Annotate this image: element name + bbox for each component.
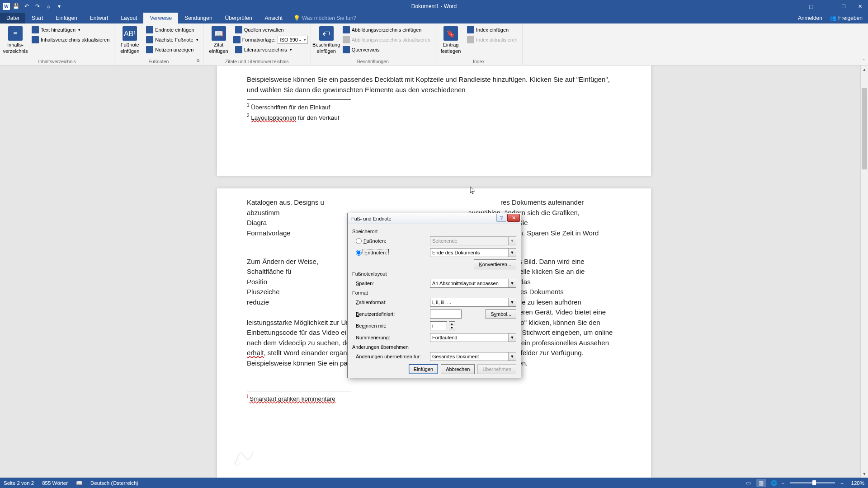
- tab-ueberpruefen[interactable]: Überprüfen: [219, 13, 259, 23]
- columns-select[interactable]: An Abschnittslayout anpassen▼: [430, 279, 516, 288]
- footnote-separator: [247, 99, 351, 100]
- update-toc-icon: [32, 36, 39, 43]
- apply-to-select[interactable]: Gesamtes Dokument▼: [430, 352, 516, 361]
- close-icon[interactable]: ✕: [852, 0, 868, 13]
- toc-button[interactable]: ≡ Inhalts- verzeichnis: [3, 25, 28, 55]
- collapse-ribbon-icon[interactable]: ˄: [863, 58, 865, 64]
- minimize-icon[interactable]: —: [819, 0, 835, 13]
- footnotes-dialog-launcher-icon[interactable]: ⧉: [197, 58, 199, 63]
- scroll-thumb[interactable]: [862, 88, 867, 169]
- radio-endnotes[interactable]: Endnoten:: [356, 250, 430, 256]
- view-web-icon[interactable]: 🌐: [769, 479, 779, 487]
- zoom-out-icon[interactable]: −: [782, 480, 785, 486]
- update-toc-button[interactable]: Inhaltsverzeichnis aktualisieren: [30, 35, 111, 44]
- status-proofing-icon[interactable]: 📖: [76, 480, 82, 486]
- endnotes-location-select[interactable]: Ende des Dokuments▼: [430, 248, 516, 257]
- status-language[interactable]: Deutsch (Österreich): [90, 480, 138, 486]
- section-layout: Fußnotenlayout: [352, 271, 516, 277]
- insert-footnote-button[interactable]: AB¹ Fußnote einfügen: [117, 25, 142, 55]
- zoom-level[interactable]: 120%: [846, 480, 864, 486]
- custom-label: Benutzerdefiniert:: [352, 311, 430, 317]
- crossref-icon: [343, 46, 350, 53]
- document-area: Beispielsweise können Sie ein passendes …: [0, 66, 868, 478]
- add-text-icon: [32, 26, 39, 33]
- apply-button: Übernehmen: [477, 364, 516, 374]
- tab-ansicht[interactable]: Ansicht: [259, 13, 289, 23]
- add-text-button[interactable]: Text hinzufügen▾: [30, 25, 111, 34]
- manage-sources-button[interactable]: Quellen verwalten: [233, 25, 308, 34]
- insert-button[interactable]: Einfügen: [409, 364, 438, 374]
- ribbon: ≡ Inhalts- verzeichnis Text hinzufügen▾ …: [0, 23, 868, 66]
- view-print-icon[interactable]: ▥: [756, 479, 766, 487]
- tab-layout[interactable]: Layout: [114, 13, 143, 23]
- ribbon-group-footnotes: AB¹ Fußnote einfügen Endnote einfügen Nä…: [114, 23, 203, 65]
- update-tof-button: Abbildungsverzeichnis aktualisieren: [341, 35, 432, 44]
- maximize-icon[interactable]: ☐: [835, 0, 852, 13]
- startat-spinner[interactable]: [430, 321, 447, 330]
- ribbon-tabs: Datei Start Einfügen Entwurf Layout Verw…: [0, 13, 868, 23]
- ribbon-display-icon[interactable]: ⬚: [803, 0, 819, 13]
- status-wordcount[interactable]: 855 Wörter: [42, 480, 68, 486]
- insert-citation-button[interactable]: 📖 Zitat einfügen: [206, 25, 231, 55]
- window-title: Dokument1 - Word: [411, 3, 457, 9]
- cancel-button[interactable]: Abbrechen: [441, 364, 475, 374]
- update-index-icon: [467, 36, 474, 43]
- bibliography-button[interactable]: Literaturverzeichnis▾: [233, 45, 308, 54]
- symbol-button[interactable]: Symbol...: [486, 309, 516, 319]
- show-notes-button[interactable]: Notizen anzeigen: [144, 45, 200, 54]
- ribbon-group-citations: 📖 Zitat einfügen Quellen verwalten Forma…: [203, 23, 311, 65]
- share-button[interactable]: 👥Freigeben: [830, 15, 863, 21]
- crossref-button[interactable]: Querverweis: [341, 45, 432, 54]
- signin-link[interactable]: Anmelden: [798, 15, 822, 21]
- tab-datei[interactable]: Datei: [0, 13, 25, 23]
- footnote-1: 1 Überschriften für den Einkauf: [247, 102, 621, 112]
- mark-entry-icon: 🔖: [443, 26, 458, 41]
- zoom-slider[interactable]: [790, 482, 835, 483]
- qat-customize-icon[interactable]: ▾: [54, 1, 64, 11]
- numbering-select[interactable]: Fortlaufend▼: [430, 333, 516, 342]
- footnote-endnote-dialog: Fuß- und Endnote ? ✕ Speicherort Fußnote…: [347, 213, 521, 378]
- numbering-label: Nummerierung:: [352, 335, 430, 340]
- scroll-down-icon[interactable]: ▼: [861, 470, 868, 478]
- tab-verweise[interactable]: Verweise: [143, 13, 178, 23]
- insert-caption-button[interactable]: 🏷 Beschriftung einfügen: [314, 25, 339, 55]
- tof-icon: [343, 26, 350, 33]
- page-1[interactable]: Beispielsweise können Sie ein passendes …: [217, 66, 651, 176]
- qat-touch-icon[interactable]: ⌕: [43, 1, 53, 11]
- body-text: Beispielsweise können Sie ein passendes …: [247, 75, 621, 95]
- qat-undo-icon[interactable]: ↶: [22, 1, 32, 11]
- citation-style-select[interactable]: Formatvorlage:ISO 690 -: [233, 35, 308, 44]
- tab-sendungen[interactable]: Sendungen: [178, 13, 218, 23]
- section-format: Format: [352, 290, 516, 296]
- startat-label: Beginnen mit:: [352, 323, 430, 328]
- tab-start[interactable]: Start: [25, 13, 49, 23]
- tab-einfuegen[interactable]: Einfügen: [49, 13, 83, 23]
- mark-entry-button[interactable]: 🔖 Eintrag festlegen: [438, 25, 463, 55]
- qat-save-icon[interactable]: 💾: [11, 1, 21, 11]
- view-read-icon[interactable]: ▭: [744, 479, 754, 487]
- dialog-help-icon[interactable]: ?: [496, 214, 506, 222]
- startat-spin-buttons[interactable]: ▲▼: [449, 321, 455, 330]
- custom-mark-input[interactable]: [430, 310, 462, 319]
- vertical-scrollbar[interactable]: ▲ ▼: [860, 66, 868, 478]
- footnote-2: 2 Layoutoptionnen für den Verkauf: [247, 112, 621, 122]
- citation-icon: 📖: [212, 26, 226, 41]
- qat-redo-icon[interactable]: ↷: [33, 1, 42, 11]
- next-footnote-button[interactable]: Nächste Fußnote▾: [144, 35, 200, 44]
- watermark-icon: [231, 442, 258, 469]
- tell-me-search[interactable]: 💡 Was möchten Sie tun?: [293, 13, 356, 23]
- scroll-up-icon[interactable]: ▲: [861, 66, 868, 73]
- tab-entwurf[interactable]: Entwurf: [84, 13, 115, 23]
- statusbar: Seite 2 von 2 855 Wörter 📖 Deutsch (Öste…: [0, 478, 868, 488]
- dialog-titlebar[interactable]: Fuß- und Endnote ? ✕: [348, 213, 521, 224]
- ribbon-group-toc: ≡ Inhalts- verzeichnis Text hinzufügen▾ …: [0, 23, 114, 65]
- dialog-close-icon[interactable]: ✕: [507, 214, 520, 222]
- insert-index-button[interactable]: Index einfügen: [465, 25, 519, 34]
- radio-footnotes[interactable]: Fußnoten:: [356, 238, 430, 244]
- insert-endnote-button[interactable]: Endnote einfügen: [144, 25, 200, 34]
- numformat-select[interactable]: i, ii, iii, ...▼: [430, 298, 516, 307]
- zoom-in-icon[interactable]: +: [840, 480, 844, 486]
- convert-button[interactable]: Konvertieren...: [474, 259, 516, 269]
- insert-tof-button[interactable]: Abbildungsverzeichnis einfügen: [341, 25, 432, 34]
- status-page[interactable]: Seite 2 von 2: [4, 480, 34, 486]
